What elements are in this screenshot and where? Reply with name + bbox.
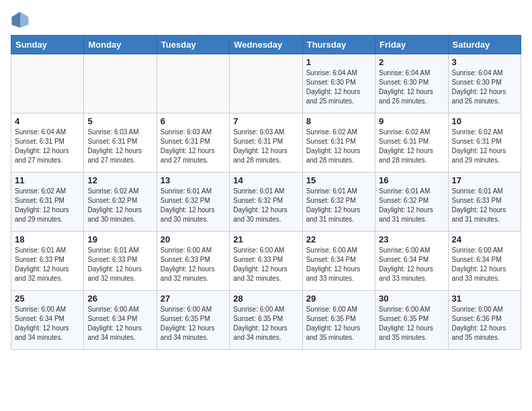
day-info: Sunrise: 6:01 AM Sunset: 6:33 PM Dayligh…: [452, 187, 517, 224]
week-row-3: 11Sunrise: 6:02 AM Sunset: 6:31 PM Dayli…: [11, 173, 521, 232]
calendar-cell: 18Sunrise: 6:01 AM Sunset: 6:33 PM Dayli…: [11, 232, 84, 291]
calendar-cell: 20Sunrise: 6:00 AM Sunset: 6:33 PM Dayli…: [157, 232, 229, 291]
day-number: 7: [233, 116, 298, 126]
week-row-2: 4Sunrise: 6:04 AM Sunset: 6:31 PM Daylig…: [11, 113, 521, 173]
calendar-cell: 24Sunrise: 6:00 AM Sunset: 6:34 PM Dayli…: [448, 232, 521, 291]
day-info: Sunrise: 6:03 AM Sunset: 6:31 PM Dayligh…: [87, 128, 152, 165]
day-info: Sunrise: 6:00 AM Sunset: 6:34 PM Dayligh…: [379, 246, 444, 283]
day-number: 10: [452, 116, 517, 126]
calendar-cell: 10Sunrise: 6:02 AM Sunset: 6:31 PM Dayli…: [448, 113, 521, 173]
day-info: Sunrise: 6:01 AM Sunset: 6:32 PM Dayligh…: [306, 187, 371, 224]
day-number: 9: [379, 116, 444, 126]
day-number: 15: [306, 175, 371, 185]
calendar-cell: 26Sunrise: 6:00 AM Sunset: 6:34 PM Dayli…: [84, 291, 157, 350]
calendar-cell: 22Sunrise: 6:00 AM Sunset: 6:34 PM Dayli…: [302, 232, 375, 291]
calendar-body: 1Sunrise: 6:04 AM Sunset: 6:30 PM Daylig…: [11, 54, 521, 350]
day-info: Sunrise: 6:00 AM Sunset: 6:35 PM Dayligh…: [306, 305, 371, 342]
day-number: 22: [306, 234, 371, 244]
day-info: Sunrise: 6:02 AM Sunset: 6:32 PM Dayligh…: [87, 187, 152, 224]
day-info: Sunrise: 6:00 AM Sunset: 6:35 PM Dayligh…: [233, 305, 298, 342]
day-info: Sunrise: 6:00 AM Sunset: 6:33 PM Dayligh…: [161, 246, 226, 283]
calendar-cell: 27Sunrise: 6:00 AM Sunset: 6:35 PM Dayli…: [157, 291, 229, 350]
calendar-cell: 31Sunrise: 6:00 AM Sunset: 6:36 PM Dayli…: [448, 291, 521, 350]
day-number: 29: [306, 293, 371, 304]
calendar-cell: 9Sunrise: 6:02 AM Sunset: 6:31 PM Daylig…: [375, 113, 448, 173]
day-info: Sunrise: 6:04 AM Sunset: 6:31 PM Dayligh…: [15, 128, 80, 165]
day-number: 26: [87, 293, 152, 304]
day-info: Sunrise: 6:04 AM Sunset: 6:30 PM Dayligh…: [306, 68, 371, 106]
calendar-cell: 29Sunrise: 6:00 AM Sunset: 6:35 PM Dayli…: [302, 291, 375, 350]
day-number: 28: [233, 293, 298, 304]
day-number: 12: [87, 175, 152, 185]
week-row-4: 18Sunrise: 6:01 AM Sunset: 6:33 PM Dayli…: [11, 232, 521, 291]
day-info: Sunrise: 6:00 AM Sunset: 6:34 PM Dayligh…: [452, 246, 517, 283]
logo-icon: [11, 11, 30, 30]
day-number: 30: [379, 293, 444, 304]
calendar-cell: 19Sunrise: 6:01 AM Sunset: 6:33 PM Dayli…: [84, 232, 157, 291]
svg-marker-1: [20, 11, 29, 28]
day-header-wednesday: Wednesday: [230, 36, 302, 54]
calendar-cell: 23Sunrise: 6:00 AM Sunset: 6:34 PM Dayli…: [375, 232, 448, 291]
day-number: 11: [15, 175, 80, 185]
day-info: Sunrise: 6:00 AM Sunset: 6:36 PM Dayligh…: [452, 305, 517, 342]
day-number: 19: [87, 234, 152, 244]
calendar-cell: 11Sunrise: 6:02 AM Sunset: 6:31 PM Dayli…: [11, 173, 84, 232]
svg-marker-2: [11, 11, 20, 28]
day-number: 1: [306, 57, 371, 67]
day-number: 6: [161, 116, 226, 126]
day-info: Sunrise: 6:01 AM Sunset: 6:32 PM Dayligh…: [233, 187, 298, 224]
day-number: 31: [452, 293, 517, 304]
day-number: 20: [161, 234, 226, 244]
day-header-sunday: Sunday: [11, 36, 84, 54]
calendar-cell: 28Sunrise: 6:00 AM Sunset: 6:35 PM Dayli…: [230, 291, 302, 350]
day-info: Sunrise: 6:00 AM Sunset: 6:33 PM Dayligh…: [233, 246, 298, 283]
day-info: Sunrise: 6:00 AM Sunset: 6:34 PM Dayligh…: [306, 246, 371, 283]
calendar-cell: 14Sunrise: 6:01 AM Sunset: 6:32 PM Dayli…: [230, 173, 302, 232]
logo: [11, 11, 32, 30]
day-info: Sunrise: 6:01 AM Sunset: 6:32 PM Dayligh…: [161, 187, 226, 224]
day-info: Sunrise: 6:04 AM Sunset: 6:30 PM Dayligh…: [452, 68, 517, 106]
day-info: Sunrise: 6:01 AM Sunset: 6:32 PM Dayligh…: [379, 187, 444, 224]
calendar-cell: 7Sunrise: 6:03 AM Sunset: 6:31 PM Daylig…: [230, 113, 302, 173]
day-header-friday: Friday: [375, 36, 448, 54]
day-info: Sunrise: 6:00 AM Sunset: 6:35 PM Dayligh…: [161, 305, 226, 342]
day-number: 18: [15, 234, 80, 244]
day-number: 13: [161, 175, 226, 185]
day-info: Sunrise: 6:02 AM Sunset: 6:31 PM Dayligh…: [306, 128, 371, 165]
calendar-cell: 2Sunrise: 6:04 AM Sunset: 6:30 PM Daylig…: [375, 54, 448, 113]
day-info: Sunrise: 6:00 AM Sunset: 6:35 PM Dayligh…: [379, 305, 444, 342]
calendar-cell: 12Sunrise: 6:02 AM Sunset: 6:32 PM Dayli…: [84, 173, 157, 232]
day-header-thursday: Thursday: [302, 36, 375, 54]
day-number: 5: [87, 116, 152, 126]
calendar-cell: 3Sunrise: 6:04 AM Sunset: 6:30 PM Daylig…: [448, 54, 521, 113]
day-info: Sunrise: 6:01 AM Sunset: 6:33 PM Dayligh…: [15, 246, 80, 283]
calendar-header: SundayMondayTuesdayWednesdayThursdayFrid…: [11, 36, 521, 54]
calendar-cell: 30Sunrise: 6:00 AM Sunset: 6:35 PM Dayli…: [375, 291, 448, 350]
day-info: Sunrise: 6:02 AM Sunset: 6:31 PM Dayligh…: [452, 128, 517, 165]
day-info: Sunrise: 6:02 AM Sunset: 6:31 PM Dayligh…: [379, 128, 444, 165]
day-info: Sunrise: 6:00 AM Sunset: 6:34 PM Dayligh…: [15, 305, 80, 342]
calendar-cell: 5Sunrise: 6:03 AM Sunset: 6:31 PM Daylig…: [84, 113, 157, 173]
week-row-5: 25Sunrise: 6:00 AM Sunset: 6:34 PM Dayli…: [11, 291, 521, 350]
day-info: Sunrise: 6:01 AM Sunset: 6:33 PM Dayligh…: [87, 246, 152, 283]
day-info: Sunrise: 6:03 AM Sunset: 6:31 PM Dayligh…: [233, 128, 298, 165]
day-number: 14: [233, 175, 298, 185]
days-of-week-row: SundayMondayTuesdayWednesdayThursdayFrid…: [11, 36, 521, 54]
day-info: Sunrise: 6:04 AM Sunset: 6:30 PM Dayligh…: [379, 68, 444, 106]
calendar-cell: 4Sunrise: 6:04 AM Sunset: 6:31 PM Daylig…: [11, 113, 84, 173]
day-info: Sunrise: 6:02 AM Sunset: 6:31 PM Dayligh…: [15, 187, 80, 224]
day-number: 24: [452, 234, 517, 244]
day-number: 4: [15, 116, 80, 126]
day-number: 16: [379, 175, 444, 185]
calendar-cell: 1Sunrise: 6:04 AM Sunset: 6:30 PM Daylig…: [302, 54, 375, 113]
day-number: 2: [379, 57, 444, 67]
day-header-monday: Monday: [84, 36, 157, 54]
calendar-cell: 21Sunrise: 6:00 AM Sunset: 6:33 PM Dayli…: [230, 232, 302, 291]
day-info: Sunrise: 6:03 AM Sunset: 6:31 PM Dayligh…: [161, 128, 226, 165]
calendar-cell: 17Sunrise: 6:01 AM Sunset: 6:33 PM Dayli…: [448, 173, 521, 232]
calendar-cell: 15Sunrise: 6:01 AM Sunset: 6:32 PM Dayli…: [302, 173, 375, 232]
day-number: 27: [161, 293, 226, 304]
calendar-cell: 16Sunrise: 6:01 AM Sunset: 6:32 PM Dayli…: [375, 173, 448, 232]
calendar-table: SundayMondayTuesdayWednesdayThursdayFrid…: [11, 35, 521, 350]
calendar-cell: 25Sunrise: 6:00 AM Sunset: 6:34 PM Dayli…: [11, 291, 84, 350]
